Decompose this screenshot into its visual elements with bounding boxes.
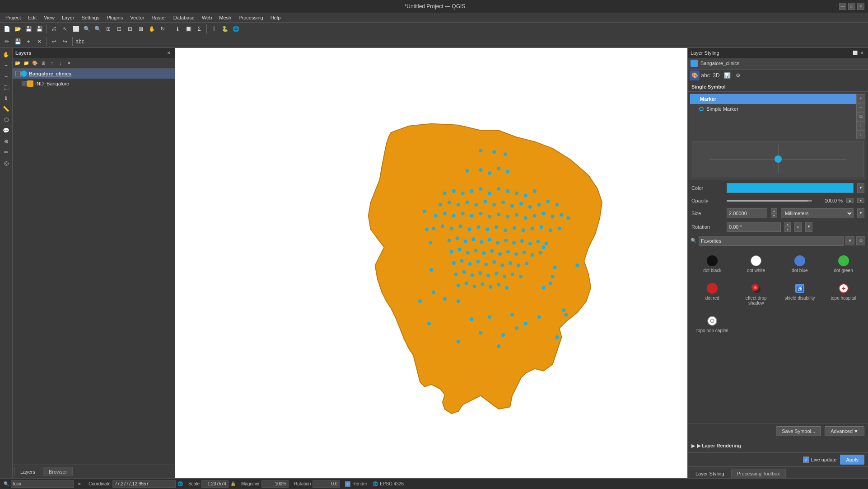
- layer-rendering-toggle[interactable]: ▶ ▶ Layer Rendering: [691, 441, 864, 451]
- style-icon-3d[interactable]: 3D: [711, 71, 721, 80]
- color-dropdown-button[interactable]: ▼: [857, 183, 864, 193]
- color-swatch[interactable]: [727, 183, 854, 193]
- symbol-cell-effect-drop[interactable]: ✳ effect drop shadow: [735, 279, 777, 310]
- zoom-full-button[interactable]: ⊠: [136, 24, 146, 34]
- annotation-button[interactable]: 💬: [1, 126, 11, 136]
- symbol-cell-dot-white[interactable]: dot white: [735, 251, 777, 277]
- select-feature-button[interactable]: ⬚: [1, 82, 11, 92]
- symbol-cell-dot-green[interactable]: dot green: [822, 251, 864, 277]
- coordinate-input[interactable]: [112, 480, 176, 488]
- rotation-expr-button[interactable]: ε: [794, 222, 802, 232]
- zoom-out-map-button[interactable]: −: [1, 71, 11, 81]
- minimize-button[interactable]: —: [839, 3, 846, 10]
- redo-button[interactable]: ↪: [60, 37, 70, 47]
- identify-feature-button[interactable]: ℹ: [1, 93, 11, 103]
- measure-button[interactable]: 📏: [1, 104, 11, 114]
- save-edits-button[interactable]: 💾: [13, 37, 23, 47]
- rotation-input[interactable]: [727, 222, 781, 232]
- menu-settings[interactable]: Settings: [78, 14, 103, 21]
- layer-checkbox-bangalore[interactable]: ✓: [22, 81, 27, 86]
- render-checkbox[interactable]: ✓: [345, 481, 350, 487]
- open-project-button[interactable]: 📂: [13, 24, 23, 34]
- style-icon-color[interactable]: 🎨: [690, 71, 700, 80]
- rotation-extra-button[interactable]: ▼: [805, 222, 812, 232]
- label-tool-button[interactable]: abc: [75, 37, 85, 47]
- layer-row-bangalore[interactable]: ✓ IND_Bangalore: [13, 79, 175, 89]
- add-feature-button[interactable]: +: [23, 37, 33, 47]
- info-button[interactable]: ℹ: [173, 24, 182, 34]
- rotation-up-button[interactable]: ▲: [784, 222, 791, 227]
- style-icon-mask[interactable]: ⚙: [733, 71, 743, 80]
- refresh-button[interactable]: ↻: [158, 24, 168, 34]
- undo-button[interactable]: ↩: [49, 37, 59, 47]
- menu-web[interactable]: Web: [198, 14, 215, 21]
- remove-layer-button[interactable]: ✕: [65, 59, 73, 67]
- apply-button[interactable]: Apply: [840, 455, 864, 465]
- favorites-search-input[interactable]: [699, 236, 844, 246]
- symbol-tree-marker-row[interactable]: Marker: [690, 94, 856, 104]
- snapping-button[interactable]: ◎: [1, 158, 11, 168]
- move-layer-down-button[interactable]: ↓: [56, 59, 65, 67]
- opacity-slider[interactable]: [727, 200, 812, 202]
- tab-browser[interactable]: Browser: [43, 467, 73, 476]
- close-button[interactable]: ✕: [857, 3, 864, 10]
- symbol-cell-topo-hospital[interactable]: + topo hospital: [822, 279, 864, 310]
- save-symbol-button[interactable]: Save Symbol...: [776, 426, 821, 436]
- scale-input[interactable]: [201, 480, 229, 488]
- close-panel-button[interactable]: ✕: [859, 50, 865, 56]
- size-unit-select[interactable]: Millimeters Pixels Points: [781, 208, 854, 218]
- zoom-extent-button[interactable]: ⊞: [103, 24, 113, 34]
- new-project-button[interactable]: 📄: [2, 24, 12, 34]
- live-update-checkbox[interactable]: ✓: [803, 456, 809, 463]
- python-button[interactable]: 🐍: [220, 24, 230, 34]
- pan-map-button[interactable]: ✋: [1, 50, 11, 60]
- float-panel-button[interactable]: ⬜: [852, 50, 858, 56]
- move-layer-up-button[interactable]: ↑: [48, 59, 56, 67]
- map-canvas[interactable]: [175, 48, 687, 478]
- label-button[interactable]: T: [209, 24, 219, 34]
- symbol-tree-simple-marker-row[interactable]: Simple Marker: [690, 104, 856, 114]
- symbol-cell-dot-blue[interactable]: dot blue: [779, 251, 821, 277]
- save-as-button[interactable]: 💾: [34, 24, 44, 34]
- menu-help[interactable]: Help: [267, 14, 285, 21]
- window-controls[interactable]: — □ ✕: [839, 3, 864, 10]
- measure-area-button[interactable]: ⬡: [1, 115, 11, 125]
- print-button[interactable]: 🖨: [49, 24, 59, 34]
- status-search-input[interactable]: [11, 480, 74, 488]
- menu-raster[interactable]: Raster: [148, 14, 169, 21]
- opacity-down-button[interactable]: ▼: [857, 198, 864, 203]
- layer-row-clinics[interactable]: ✓ Bangalore_clinics: [13, 69, 175, 79]
- menu-database[interactable]: Database: [170, 14, 198, 21]
- symbol-cell-dot-black[interactable]: dot black: [691, 251, 733, 277]
- style-icon-diagram[interactable]: 📊: [722, 71, 732, 80]
- advanced-button[interactable]: Advanced▼: [825, 426, 864, 436]
- delete-feature-button[interactable]: ✕: [34, 37, 44, 47]
- menu-mesh[interactable]: Mesh: [215, 14, 235, 21]
- rotation-status-input[interactable]: [313, 480, 340, 488]
- add-layer-tree-button[interactable]: +: [856, 94, 865, 103]
- menu-processing[interactable]: Processing: [235, 14, 266, 21]
- size-down-button[interactable]: ▼: [771, 213, 777, 218]
- zoom-in-map-button[interactable]: +: [1, 61, 11, 71]
- identify-button[interactable]: 🔲: [183, 24, 193, 34]
- browser-button[interactable]: 🌐: [231, 24, 241, 34]
- open-layer-button[interactable]: 📂: [14, 59, 22, 67]
- status-clear-button[interactable]: ✕: [76, 480, 83, 488]
- magnifier-input[interactable]: [261, 480, 289, 488]
- toggle-edit-button[interactable]: ✏: [2, 37, 12, 47]
- filter-layers-button[interactable]: ⊞: [39, 59, 47, 67]
- tab-processing-toolbox[interactable]: Processing Toolbox: [731, 469, 786, 478]
- maximize-button[interactable]: □: [848, 3, 855, 10]
- symbol-cell-dot-red[interactable]: dot red: [691, 279, 733, 310]
- sum-button[interactable]: Σ: [194, 24, 204, 34]
- menu-plugins[interactable]: Plugins: [103, 14, 126, 21]
- size-input[interactable]: [727, 208, 767, 218]
- zoom-selection-button[interactable]: ⊡: [114, 24, 124, 34]
- manage-themes-button[interactable]: 🎨: [31, 59, 39, 67]
- favorites-dropdown-button[interactable]: ▼: [845, 236, 854, 245]
- digitize-button[interactable]: ✏: [1, 147, 11, 157]
- add-group-button[interactable]: 📁: [22, 59, 30, 67]
- remove-layer-tree-button[interactable]: −: [856, 103, 865, 112]
- move-down-tree-button[interactable]: ↓: [856, 130, 865, 139]
- save-project-button[interactable]: 💾: [23, 24, 33, 34]
